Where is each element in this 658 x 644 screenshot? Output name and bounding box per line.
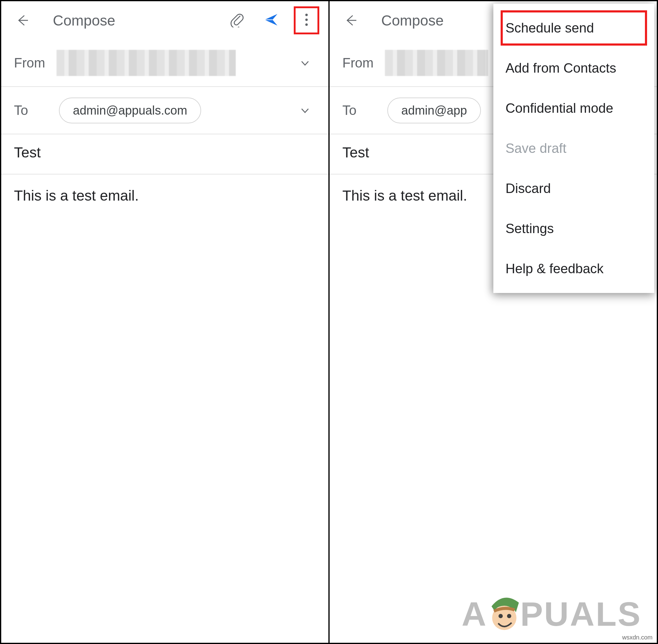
menu-item-label: Add from Contacts <box>506 61 616 76</box>
svg-point-2 <box>305 23 308 26</box>
menu-item-label: Discard <box>506 181 551 196</box>
to-row[interactable]: To admin@appuals.com <box>1 87 328 134</box>
compose-pane-left: Compose From <box>1 1 330 643</box>
overflow-menu: Schedule send Add from Contacts Confiden… <box>493 4 654 293</box>
from-address-redacted <box>385 50 488 76</box>
more-options-button[interactable] <box>297 9 316 31</box>
mascot-icon <box>486 594 522 634</box>
attach-button[interactable] <box>230 12 245 28</box>
watermark-prefix: A <box>462 595 488 634</box>
from-label: From <box>343 55 385 70</box>
svg-point-4 <box>498 614 503 618</box>
compose-title: Compose <box>53 12 230 29</box>
menu-item-confidential-mode[interactable]: Confidential mode <box>493 88 654 128</box>
menu-item-label: Save draft <box>506 141 567 156</box>
from-address-redacted <box>56 50 236 76</box>
more-vert-icon <box>305 13 308 28</box>
from-row[interactable]: From <box>1 40 328 87</box>
back-arrow-icon <box>16 14 29 27</box>
menu-item-help-feedback[interactable]: Help & feedback <box>493 249 654 289</box>
email-body[interactable]: This is a test email. <box>1 175 328 204</box>
subject-input[interactable]: Test <box>14 144 315 161</box>
menu-item-settings[interactable]: Settings <box>493 208 654 249</box>
attribution-text: wsxdn.com <box>622 634 653 641</box>
send-button[interactable] <box>263 12 279 28</box>
back-button[interactable] <box>14 14 31 27</box>
from-label: From <box>14 55 56 70</box>
svg-point-1 <box>305 19 308 21</box>
svg-point-5 <box>507 614 511 618</box>
menu-item-discard[interactable]: Discard <box>493 168 654 208</box>
top-actions <box>230 9 316 31</box>
to-label: To <box>14 103 56 118</box>
subject-row[interactable]: Test <box>1 134 328 175</box>
to-dropdown-button[interactable] <box>295 106 315 115</box>
back-button[interactable] <box>342 14 360 27</box>
menu-item-label: Confidential mode <box>506 100 613 116</box>
email-body-text[interactable]: This is a test email. <box>14 187 315 204</box>
watermark: A PUALS <box>462 594 641 634</box>
menu-item-add-from-contacts[interactable]: Add from Contacts <box>493 48 654 88</box>
recipient-chip[interactable]: admin@app <box>387 97 481 123</box>
chevron-down-icon <box>301 59 310 67</box>
menu-item-label: Schedule send <box>506 20 594 36</box>
svg-point-0 <box>305 14 308 16</box>
recipient-chip-label: admin@app <box>401 104 467 117</box>
to-label: To <box>343 103 385 118</box>
recipient-chip[interactable]: admin@appuals.com <box>59 97 201 123</box>
menu-item-save-draft: Save draft <box>493 128 654 168</box>
chevron-down-icon <box>301 106 310 115</box>
from-dropdown-button[interactable] <box>295 59 315 67</box>
compose-topbar: Compose <box>1 1 328 40</box>
send-icon <box>263 12 279 27</box>
paperclip-icon <box>230 12 245 27</box>
recipient-chip-label: admin@appuals.com <box>73 104 187 117</box>
menu-item-label: Help & feedback <box>506 261 604 276</box>
menu-item-label: Settings <box>506 221 554 236</box>
menu-item-schedule-send[interactable]: Schedule send <box>493 8 654 48</box>
compose-pane-right: Compose From To admin@app Test This is a… <box>330 1 657 643</box>
back-arrow-icon <box>344 14 357 27</box>
watermark-suffix: PUALS <box>520 595 641 634</box>
